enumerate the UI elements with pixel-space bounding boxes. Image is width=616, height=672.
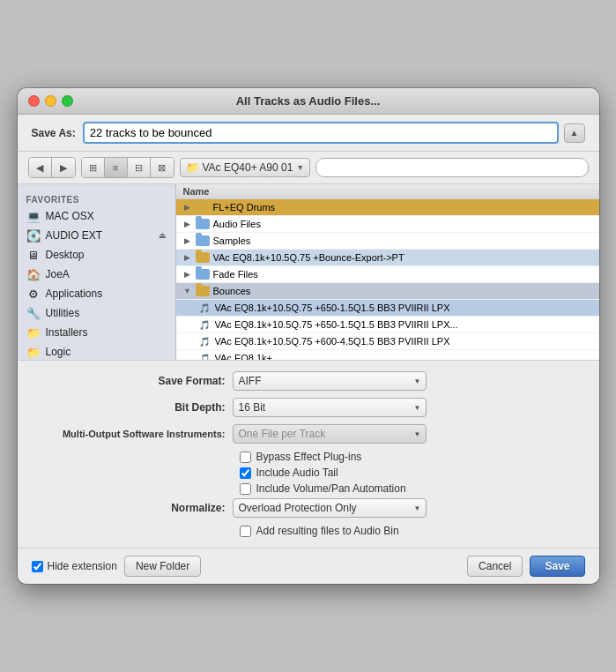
- file-row-vac2[interactable]: 🎵 VAc EQ8.1k+10.5Q.75 +650-1.5Q1.5 BB3 P…: [176, 317, 599, 333]
- bounces-expand[interactable]: ▼: [183, 287, 192, 295]
- sidebar-item-logic[interactable]: 📁 Logic: [18, 342, 175, 360]
- fade-files-expand[interactable]: ▶: [183, 270, 192, 279]
- minimize-button[interactable]: [45, 95, 56, 107]
- vac4-icon: 🎵: [197, 352, 212, 360]
- file-row-vac-eq8-bounce[interactable]: ▶ VAc EQ8.1k+10.5Q.75 +Bounce-Export->PT: [176, 250, 599, 266]
- file-list: Name ▶ FL+EQ Drums ▶ Audio Files ▶ Sampl…: [176, 184, 599, 360]
- vac2-icon: 🎵: [197, 318, 212, 331]
- vac-eq8-bounce-icon: [196, 251, 210, 264]
- save-format-select[interactable]: AIFF WAV MP3: [233, 371, 427, 391]
- cancel-button[interactable]: Cancel: [467, 556, 523, 577]
- window-title: All Tracks as Audio Files...: [236, 94, 381, 108]
- save-as-label: Save As:: [32, 127, 76, 139]
- installers-icon: 📁: [26, 325, 41, 340]
- bit-depth-row: Bit Depth: 16 Bit 24 Bit 32 Bit Float: [32, 398, 585, 417]
- sidebar-item-utilities[interactable]: 🔧 Utilities: [18, 303, 175, 323]
- sidebar-item-audio-ext[interactable]: 💽 AUDIO EXT ⏏: [18, 226, 175, 245]
- coverflow-view-button[interactable]: ⊠: [151, 158, 174, 177]
- file-row-bounces[interactable]: ▼ Bounces: [176, 283, 599, 300]
- traffic-lights: [28, 95, 73, 107]
- file-row-vac1[interactable]: 🎵 VAc EQ8.1k+10.5Q.75 +650-1.5Q1.5 BB3 P…: [176, 300, 599, 317]
- path-label: VAc EQ40+ A90 01: [203, 161, 293, 174]
- icon-view-button[interactable]: ⊞: [82, 158, 105, 177]
- include-audio-tail-row: Include Audio Tail: [240, 467, 585, 479]
- sidebar-item-installers[interactable]: 📁 Installers: [18, 323, 175, 342]
- samples-expand[interactable]: ▶: [183, 236, 192, 245]
- new-folder-button[interactable]: New Folder: [124, 556, 201, 577]
- view-buttons: ⊞ ≡ ⊟ ⊠: [81, 157, 174, 178]
- save-button[interactable]: Save: [530, 556, 584, 577]
- file-row-samples[interactable]: ▶ Samples: [176, 233, 599, 250]
- file-row-fade-files[interactable]: ▶ Fade Files: [176, 266, 599, 283]
- toolbar-row: ◀ ▶ ⊞ ≡ ⊟ ⊠ 📁 VAc EQ40+ A90 01 ▼: [18, 152, 599, 184]
- hide-extension-label-wrapper[interactable]: Hide extension: [32, 560, 117, 572]
- bit-depth-select[interactable]: 16 Bit 24 Bit 32 Bit Float: [233, 398, 427, 417]
- sidebar-item-desktop[interactable]: 🖥 Desktop: [18, 245, 175, 265]
- vac2-name: VAc EQ8.1k+10.5Q.75 +650-1.5Q1.5 BB3 PVI…: [215, 319, 592, 330]
- save-as-input[interactable]: [83, 122, 559, 144]
- audio-files-expand[interactable]: ▶: [183, 220, 192, 228]
- include-volume-checkbox[interactable]: [240, 483, 251, 495]
- search-input[interactable]: [315, 158, 588, 177]
- sidebar-section-label: FAVORITES: [18, 191, 175, 206]
- vac1-icon: 🎵: [197, 302, 212, 314]
- file-row-fl-eq-drums[interactable]: ▶ FL+EQ Drums: [176, 199, 599, 216]
- path-dropdown[interactable]: 📁 VAc EQ40+ A90 01 ▼: [180, 158, 311, 177]
- include-audio-tail-label[interactable]: Include Audio Tail: [256, 467, 338, 479]
- vac1-name: VAc EQ8.1k+10.5Q.75 +650-1.5Q1.5 BB3 PVI…: [215, 302, 592, 313]
- joea-icon: 🏠: [26, 267, 41, 281]
- sidebar-item-installers-label: Installers: [46, 326, 167, 339]
- vac-eq8-bounce-name: VAc EQ8.1k+10.5Q.75 +Bounce-Export->PT: [213, 252, 592, 263]
- fl-eq-drums-icon: [196, 201, 210, 213]
- options-area: Save Format: AIFF WAV MP3 Bit Depth: 16 …: [18, 361, 599, 548]
- sidebar-item-desktop-label: Desktop: [46, 249, 167, 261]
- back-button[interactable]: ◀: [29, 158, 52, 177]
- vac-eq8-bounce-expand[interactable]: ▶: [183, 253, 192, 262]
- maximize-button[interactable]: [62, 95, 73, 107]
- logic-icon: 📁: [26, 345, 41, 359]
- save-as-expand-button[interactable]: ▲: [564, 123, 585, 143]
- add-to-audio-bin-checkbox[interactable]: [240, 526, 251, 537]
- multi-output-select[interactable]: One File per Track One File per Instrume…: [233, 424, 427, 444]
- eject-icon[interactable]: ⏏: [159, 231, 167, 240]
- normalize-select[interactable]: Overload Protection Only On Off: [233, 498, 427, 518]
- column-view-button[interactable]: ⊟: [128, 158, 151, 177]
- file-list-header: Name: [176, 184, 599, 199]
- file-row-vac4[interactable]: 🎵 VAc EQ8.1k+ ...: [176, 350, 599, 360]
- bit-depth-label: Bit Depth:: [32, 401, 226, 414]
- bypass-effects-label[interactable]: Bypass Effect Plug-ins: [256, 451, 362, 463]
- hide-extension-checkbox[interactable]: [32, 561, 43, 572]
- title-bar: All Tracks as Audio Files...: [18, 88, 599, 115]
- bottom-bar: Hide extension New Folder Cancel Save: [18, 548, 599, 584]
- include-audio-tail-checkbox[interactable]: [240, 467, 251, 479]
- multi-output-label: Multi-Output Software Instruments:: [32, 429, 226, 439]
- samples-name: Samples: [213, 235, 592, 246]
- nav-buttons: ◀ ▶: [28, 157, 76, 178]
- save-format-label: Save Format:: [32, 375, 226, 387]
- vac3-name: VAc EQ8.1k+10.5Q.75 +600-4.5Q1.5 BB3 PVI…: [215, 336, 592, 347]
- samples-icon: [196, 235, 210, 247]
- list-view-button[interactable]: ≡: [105, 158, 128, 177]
- audio-files-name: Audio Files: [213, 219, 592, 229]
- applications-icon: ⚙: [26, 287, 41, 301]
- sidebar-item-mac-osx[interactable]: 💻 MAC OSX: [18, 206, 175, 226]
- file-row-audio-files[interactable]: ▶ Audio Files: [176, 216, 599, 233]
- bit-depth-select-wrapper: 16 Bit 24 Bit 32 Bit Float: [233, 398, 427, 417]
- sidebar-item-joea[interactable]: 🏠 JoeA: [18, 265, 175, 284]
- bounces-name: Bounces: [213, 286, 592, 296]
- sidebar-item-applications[interactable]: ⚙ Applications: [18, 284, 175, 303]
- main-window: All Tracks as Audio Files... Save As: ▲ …: [18, 88, 599, 584]
- forward-button[interactable]: ▶: [52, 158, 75, 177]
- multi-output-row: Multi-Output Software Instruments: One F…: [32, 424, 585, 444]
- normalize-label: Normalize:: [32, 502, 226, 514]
- sidebar: FAVORITES 💻 MAC OSX 💽 AUDIO EXT ⏏ 🖥 Desk…: [18, 184, 176, 360]
- sidebar-item-audio-ext-label: AUDIO EXT: [46, 229, 103, 242]
- file-row-vac3[interactable]: 🎵 VAc EQ8.1k+10.5Q.75 +600-4.5Q1.5 BB3 P…: [176, 333, 599, 350]
- include-volume-label[interactable]: Include Volume/Pan Automation: [256, 482, 406, 495]
- close-button[interactable]: [28, 95, 40, 107]
- bottom-left: Hide extension New Folder: [32, 556, 202, 577]
- add-to-audio-bin-label[interactable]: Add resulting files to Audio Bin: [256, 525, 399, 537]
- bypass-effects-checkbox[interactable]: [240, 452, 251, 463]
- vac3-icon: 🎵: [197, 335, 212, 347]
- fl-eq-drums-expand[interactable]: ▶: [183, 203, 192, 212]
